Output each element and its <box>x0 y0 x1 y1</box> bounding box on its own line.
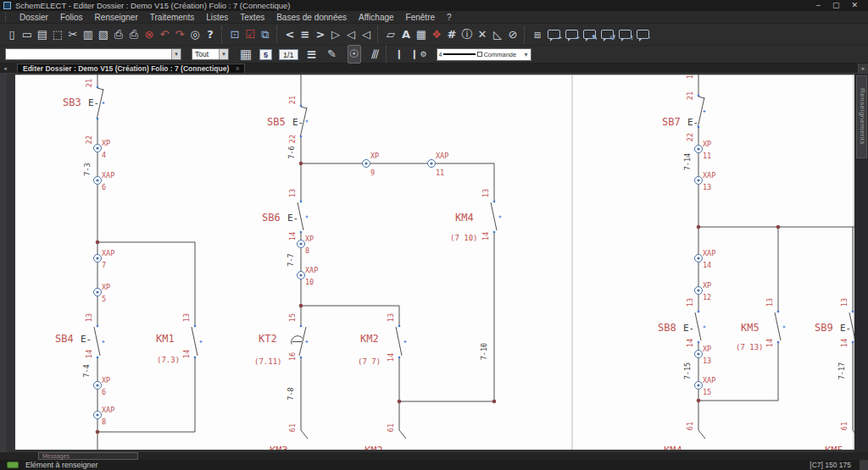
sb5-contact[interactable] <box>301 107 307 108</box>
menu-textes[interactable]: Textes <box>234 13 270 22</box>
window-check-icon[interactable]: ☑ <box>243 26 257 43</box>
symbol-combo-drop-icon[interactable]: ▾ <box>171 49 181 59</box>
cut-icon[interactable]: ✂ <box>66 26 80 43</box>
menu-help[interactable]: ? <box>441 13 458 22</box>
symbol-combo-input[interactable] <box>6 49 171 59</box>
xap-8-connector-pin <box>96 413 98 416</box>
draw-pencil-icon[interactable]: ✎ <box>326 46 339 63</box>
schematic-label: SB8 <box>658 322 676 334</box>
menu-dossier[interactable]: Dossier <box>14 13 54 22</box>
pointer-select-icon[interactable]: ◁ <box>344 26 358 43</box>
schematic-label: E- <box>292 117 303 128</box>
renseignements-panel-tab[interactable]: Renseignements <box>856 75 867 158</box>
wire[interactable] <box>698 430 705 439</box>
undo-icon[interactable]: ↶ <box>158 26 171 43</box>
kt2-contact-timer-arc[interactable] <box>292 336 303 345</box>
menu-traitements[interactable]: Traitements <box>144 13 200 22</box>
km4-contact[interactable] <box>491 202 497 230</box>
schematic-label: E- <box>840 323 851 334</box>
xap-15-number: 15 <box>703 388 711 396</box>
grid-icon[interactable]: # <box>445 26 459 43</box>
tab-close-icon[interactable]: x <box>236 64 239 73</box>
title-bar[interactable]: SchemELECT - Editer Dossier : Demo V15 (… <box>0 0 868 11</box>
drawing-canvas[interactable]: XP4XAP6XAP7XP5XP6XAP8XP9XAP11XP8XAP10XP1… <box>0 74 868 452</box>
layers-menu-icon[interactable]: ≡ <box>305 46 319 63</box>
sb3-contact[interactable] <box>97 88 103 90</box>
table-icon[interactable]: ▦ <box>415 26 428 43</box>
copy-icon[interactable]: ▥ <box>81 26 95 43</box>
shapes-icon[interactable]: ▱ <box>384 26 398 43</box>
wire-tool-icon[interactable]: ❙ <box>392 46 406 63</box>
print-icon[interactable]: ⎙ <box>112 26 125 43</box>
annotation-icon[interactable]: · <box>637 30 649 39</box>
pointer-icon[interactable]: ▷ <box>329 26 342 43</box>
menu-bases-de-donnees[interactable]: Bases de données <box>270 13 353 22</box>
tab-scroll-right-icon[interactable]: ▸ <box>858 64 868 73</box>
selection-marquee-icon[interactable]: ⬚ <box>51 26 64 43</box>
pointer-pan-icon[interactable]: ◁ <box>359 26 373 43</box>
info-icon[interactable]: ⓘ <box>460 26 474 43</box>
record-icon[interactable]: ◎ <box>188 26 202 43</box>
cursor-coordinates: [C7] 150 175 <box>810 461 863 469</box>
filter-select[interactable]: Tout ▾ <box>192 48 229 60</box>
schematic-page[interactable]: XP4XAP6XAP7XP5XP6XAP8XP9XAP11XP8XAP10XP1… <box>15 75 854 450</box>
next-folio-icon[interactable]: > <box>314 26 327 43</box>
text-icon[interactable]: A <box>399 26 413 43</box>
maximize-button[interactable]: ▢ <box>832 1 840 10</box>
km2-contact[interactable] <box>396 327 402 356</box>
grid-toggle-icon[interactable]: ▦ <box>239 46 253 63</box>
save-icon[interactable]: ▤ <box>36 26 49 43</box>
km5-contact[interactable] <box>775 312 781 340</box>
schematic-label: KT2 <box>259 333 277 345</box>
schematic-label: E- <box>81 334 92 345</box>
km1-contact[interactable] <box>192 327 198 356</box>
library-books-icon[interactable]: ∕∕∕ <box>368 46 381 63</box>
sb8-contact-terminal <box>698 311 700 313</box>
tab-scroll-left-icon[interactable]: ◂ <box>0 64 10 73</box>
sb8-contact[interactable] <box>695 312 701 340</box>
window-cascade-icon[interactable]: ⧉ <box>259 26 272 43</box>
resize-grip[interactable] <box>860 460 868 470</box>
annotation-add-icon[interactable]: + <box>548 30 560 39</box>
paste-icon[interactable]: ▧ <box>97 26 110 43</box>
active-document-tab[interactable]: Editer Dossier : Demo V15 (Création) Fol… <box>17 64 245 73</box>
setsquare-icon[interactable]: ◺ <box>491 26 504 43</box>
close-button[interactable]: ✕ <box>851 1 858 10</box>
menu-folios[interactable]: Folios <box>54 13 89 22</box>
hide-icon[interactable]: ⊘ <box>506 26 520 43</box>
menu-renseigner[interactable]: Renseigner <box>89 13 144 22</box>
wire[interactable] <box>399 430 406 439</box>
page-counter[interactable]: 1/1 <box>279 49 298 60</box>
wire[interactable] <box>301 430 308 439</box>
clipboard-icon[interactable]: ⧈ <box>531 26 544 43</box>
annotation-refresh-icon[interactable]: ↺ <box>601 30 614 39</box>
symbol-icon[interactable]: ❖ <box>430 26 443 43</box>
grid-step-value[interactable]: 5 <box>259 49 272 60</box>
annotation-alert-icon[interactable]: ! <box>619 30 632 39</box>
lamp-icon[interactable]: ☉ <box>348 45 361 64</box>
km4-contact-terminal <box>493 231 496 234</box>
messages-tab[interactable]: Messages <box>38 452 138 460</box>
menu-listes[interactable]: Listes <box>200 13 234 22</box>
window-icon[interactable]: ⊡ <box>228 26 242 43</box>
minimize-button[interactable]: – <box>816 1 821 10</box>
sb7-contact[interactable] <box>698 97 705 126</box>
menu-fenetre[interactable]: Fenêtre <box>400 13 441 22</box>
line-style-select[interactable]: 4 Commande ▾ <box>437 48 531 61</box>
menu-affichage[interactable]: Affichage <box>353 13 400 22</box>
folio-list-icon[interactable]: ≡ <box>298 26 312 43</box>
left-scrollbar[interactable] <box>0 74 7 452</box>
delete-icon[interactable]: ✕ <box>476 26 489 43</box>
sb4-contact[interactable] <box>94 327 100 356</box>
redo-icon[interactable]: ↷ <box>173 26 186 43</box>
schematic-svg[interactable]: XP4XAP6XAP7XP5XP6XAP8XP9XAP11XP8XAP10XP1… <box>15 75 854 450</box>
print-setup-icon[interactable]: ⎙ <box>127 26 141 43</box>
new-file-icon[interactable]: ▯ <box>5 26 19 43</box>
sb7-contact[interactable] <box>698 97 704 98</box>
cancel-icon[interactable]: ⊗ <box>142 26 156 43</box>
annotation-edit-icon[interactable]: ✎ <box>583 30 596 39</box>
annotation-new-icon[interactable]: + <box>565 30 578 39</box>
open-folder-icon[interactable]: ▭ <box>20 26 34 43</box>
help-icon[interactable]: ? <box>203 26 217 43</box>
previous-folio-icon[interactable]: < <box>283 26 297 43</box>
